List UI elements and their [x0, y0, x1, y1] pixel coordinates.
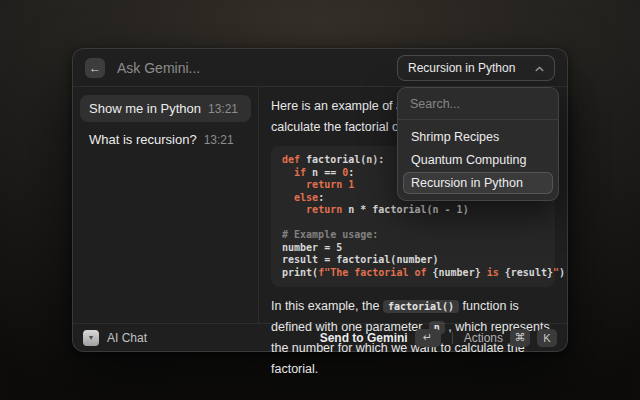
chevron-up-icon — [535, 61, 544, 75]
chat-history-sidebar: Show me in Python 13:21 What is recursio… — [73, 87, 259, 323]
sidebar-item-show-me-in-python[interactable]: Show me in Python 13:21 — [80, 95, 251, 122]
prompt-input[interactable] — [115, 59, 387, 77]
chat-title: Show me in Python — [89, 101, 201, 116]
dropdown-item-list: Shrimp Recipes Quantum Computing Recursi… — [398, 120, 558, 200]
back-arrow-icon: ← — [89, 61, 101, 75]
chat-title: What is recursion? — [89, 132, 197, 147]
dropdown-item-quantum-computing[interactable]: Quantum Computing — [403, 149, 553, 171]
back-button[interactable]: ← — [85, 58, 105, 78]
dropdown-item-shrimp-recipes[interactable]: Shrimp Recipes — [403, 126, 553, 148]
send-to-gemini-button[interactable]: Send to Gemini ↵ — [320, 329, 441, 347]
enter-key-icon: ↵ — [415, 329, 441, 347]
model-dropdown-button[interactable]: Recursion in Python — [397, 55, 555, 81]
chat-timestamp: 13:21 — [204, 133, 234, 147]
footer-bar: ▾ AI Chat Send to Gemini ↵ Actions ⌘ K — [73, 323, 567, 351]
header-bar: ← Recursion in Python — [73, 49, 567, 87]
command-key-icon: ⌘ — [510, 329, 530, 347]
dropdown-search-input[interactable] — [398, 88, 558, 120]
ai-chat-label: AI Chat — [107, 331, 147, 345]
dropdown-menu-panel: Shrimp Recipes Quantum Computing Recursi… — [397, 87, 559, 201]
chat-timestamp: 13:21 — [208, 102, 238, 116]
dropdown-item-recursion-in-python[interactable]: Recursion in Python — [403, 172, 553, 194]
ask-gemini-window: ← Recursion in Python Show me in Python … — [72, 48, 568, 352]
actions-button[interactable]: Actions ⌘ K — [464, 329, 557, 347]
ai-chat-icon[interactable]: ▾ — [83, 330, 99, 346]
footer-divider — [452, 332, 453, 344]
sidebar-item-what-is-recursion[interactable]: What is recursion? 13:21 — [80, 126, 251, 153]
k-key-icon: K — [537, 329, 557, 347]
dropdown-selected-label: Recursion in Python — [408, 61, 515, 75]
